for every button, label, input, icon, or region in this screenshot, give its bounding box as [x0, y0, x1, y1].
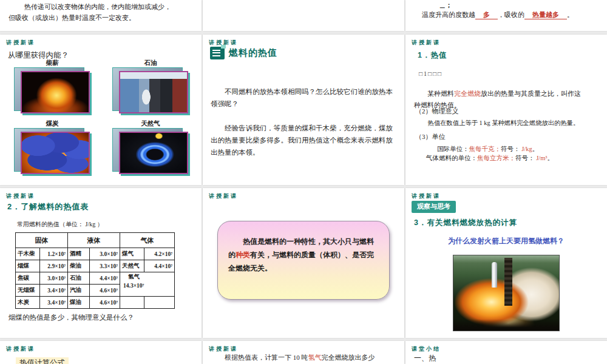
- table-cell: 酒精: [68, 248, 90, 260]
- text-line: 根据热值表，计算一下 10 吨氢气完全燃烧放出多少: [211, 352, 399, 363]
- slide-header-label: 讲授新课: [209, 192, 238, 200]
- section-title-row: 燃料的热值: [210, 47, 277, 59]
- photo-stack: [21, 132, 90, 174]
- table-cell: 3.3×10⁷: [90, 260, 120, 272]
- text-segment: 完全燃烧放出多少: [322, 354, 375, 361]
- text-segment: 根据热值表，计算一下 10 吨: [225, 354, 308, 361]
- slide-heat-value-table[interactable]: 讲授新课 2．了解燃料的热值表 常用燃料的热值（单位： J/kg ） 固体 液体…: [0, 188, 202, 338]
- text-segment: 热值计算公式: [16, 357, 69, 364]
- fuel-label: 天然气: [109, 120, 192, 128]
- fuel-item-firewood: 柴薪: [11, 59, 93, 113]
- highlighted-term: J/kg: [521, 146, 532, 152]
- text-segment: ，吸收的: [498, 11, 524, 18]
- note-text: 热值是燃料的一种特性，其大小只与燃料的种类有关，与燃料的质量（体积）、是否完全燃…: [228, 235, 379, 275]
- table-cell: 煤油: [68, 297, 90, 309]
- text-segment: 气体燃料的单位：: [426, 155, 477, 161]
- slide-summary-partial[interactable]: 课堂小结 一、热 量: [405, 341, 607, 364]
- slide-heat-value-intro[interactable]: 讲授新课 燃料的热值 不同燃料的放热本领相同吗？怎么比较它们谁的放热本领强呢？ …: [203, 35, 404, 185]
- text-segment: 。: [532, 146, 539, 152]
- table-cell: 2.9×10⁷: [40, 260, 68, 272]
- highlighted-term: 种类: [236, 251, 250, 259]
- slide-header-label: 讲授新课: [6, 39, 35, 47]
- list-icon: [210, 47, 225, 59]
- blue-question: 为什么发射火箭上天要用氢做燃料？: [405, 236, 607, 246]
- slide-blank-partial[interactable]: [203, 0, 404, 31]
- photo-stack: [119, 71, 188, 113]
- sub-heading: （2）物理意义: [415, 107, 459, 116]
- property-note-box: 热值是燃料的一种特性，其大小只与燃料的种类有关，与燃料的质量（体积）、是否完全燃…: [217, 221, 390, 300]
- table-cell: 干木柴: [16, 248, 40, 260]
- slide-heat-value-definition[interactable]: 讲授新课 1．热值 □1□□□ 某种燃料完全燃烧放出的热量与其质量之比，叫作这种…: [405, 35, 607, 185]
- text-line: 一、热: [414, 353, 436, 363]
- table-cell: 汽油: [68, 285, 90, 297]
- text-segment: 符号：: [515, 155, 535, 161]
- table-cell: 煤气: [120, 248, 144, 260]
- text-segment: 国际单位：: [437, 146, 469, 152]
- slide-formula-partial[interactable]: 讲授新课 热值计算公式: [0, 341, 202, 364]
- table-cell: 天然气: [120, 260, 144, 272]
- slide-text: 但吸收（或放出）热量时温度不一定改变。: [8, 13, 135, 22]
- fuel-item-natural-gas: 天然气: [109, 120, 192, 174]
- slide-header-label: 讲授新课: [412, 39, 441, 47]
- slide-heat-transfer-partial[interactable]: 热传递可以改变物体的内能，使内能增加或减少， 但吸收（或放出）热量时温度不一定改…: [0, 0, 202, 31]
- slide-heat-value-property[interactable]: 讲授新课 热值是燃料的一种特性，其大小只与燃料的种类有关，与燃料的质量（体积）、…: [203, 188, 404, 338]
- slide-fuel-sources[interactable]: 讲授新课 从哪里获得内能？ 柴薪 石油 煤炭 天然气: [0, 35, 202, 185]
- highlighted-term: 焦每千克；: [469, 146, 501, 152]
- text-segment: 有关，与燃料的质量（体积）、是否完全燃烧无关。: [228, 251, 374, 272]
- table-cell: 3.4×10⁷: [40, 285, 68, 297]
- table-cell: 石油: [68, 272, 90, 285]
- slide-header-label: 讲授新课: [6, 345, 35, 353]
- hydrogen-value: 14.3×10⁷: [122, 283, 172, 289]
- unit-line: 国际单位：焦每千克；符号： J/kg。: [437, 145, 538, 153]
- highlighted-line: 热值计算公式: [16, 358, 69, 364]
- firewood-fire-image: [21, 71, 90, 113]
- table-cell: 烟煤: [16, 260, 40, 272]
- photo-stack: [119, 132, 188, 174]
- unit-line: 气体燃料的单位：焦每立方米；符号： J/m³。: [426, 154, 554, 163]
- table-cell: 3.0×10⁷: [90, 248, 120, 260]
- rocket-launch-image: [453, 255, 560, 331]
- highlighted-term: J/m³: [536, 155, 547, 161]
- fuel-label: 石油: [109, 59, 192, 67]
- slide-header-label: 讲授新课: [412, 192, 441, 200]
- text-segment: 温度升高的度数越: [422, 11, 475, 18]
- blank-answer: 热量越多: [524, 11, 567, 19]
- exercise-text: 根据热值表，计算一下 10 吨氢气完全燃烧放出多少 焦耳的热量?: [211, 352, 399, 364]
- table-cell: 木炭: [16, 297, 40, 309]
- fuel-image-grid: 柴薪 石油 煤炭 天然气: [11, 59, 192, 174]
- slide-exercise-partial[interactable]: 讲授新课 根据热值表，计算一下 10 吨氢气完全燃烧放出多少 焦耳的热量?: [203, 341, 404, 364]
- table-group-header: 气体: [120, 233, 175, 248]
- gas-station-image: [119, 71, 188, 113]
- table-cell-hydrogen: 氢气 14.3×10⁷: [120, 272, 175, 297]
- fuel-label: 柴薪: [11, 59, 93, 67]
- numbered-heading: 2．了解燃料的热值表: [7, 201, 89, 212]
- fuel-label: 煤炭: [11, 120, 93, 128]
- photo-stack: [21, 71, 90, 113]
- table-cell: 焦碳: [16, 272, 40, 285]
- paragraph: 经验告诉我们，等质量的煤和干木柴，充分燃烧，煤放出的热量要比柴多得多。我们用热值…: [211, 122, 393, 159]
- slide-text: 热传递可以改变物体的内能，使内能增加或减少，: [24, 2, 171, 12]
- blank-answer: 多: [475, 11, 498, 19]
- fuel-heat-value-table: 固体 液体 气体 干木柴1.2×10⁷ 酒精3.0×10⁷ 煤气4.2×10⁷ …: [15, 232, 175, 309]
- table-cell: 4.6×10⁷: [90, 297, 120, 309]
- fuel-item-coal: 煤炭: [11, 120, 93, 174]
- numbered-heading: 1．热值: [418, 50, 447, 61]
- slide-combustion-calculation[interactable]: 讲授新课 观察与思考 3．有关燃料燃烧放热的计算 为什么发射火箭上天要用氢做燃料…: [405, 188, 607, 338]
- table-cell: 3.0×10⁷: [40, 272, 68, 285]
- table-cell: 4.4×10⁷: [90, 272, 120, 285]
- highlighted-term: 焦每立方米；: [477, 155, 515, 161]
- slide-text: ＿；: [439, 1, 452, 10]
- section-title: 燃料的热值: [229, 47, 277, 59]
- slide-header-label: 讲授新课: [6, 192, 35, 200]
- fuel-item-petroleum: 石油: [109, 59, 192, 113]
- table-cell: [120, 297, 144, 309]
- launch-tower: [504, 258, 512, 306]
- table-caption: 常用燃料的热值（单位： J/kg ）: [17, 220, 103, 229]
- burning-coal-image: [21, 132, 90, 174]
- table-group-header: 固体: [16, 233, 68, 248]
- table-cell: 无烟煤: [16, 285, 40, 297]
- slide-fill-in-blanks-partial[interactable]: ＿； 温度升高的度数越多，吸收的热量越多。: [405, 0, 607, 31]
- text-segment: 符号：: [501, 146, 520, 152]
- table-cell: 柴油: [68, 260, 90, 272]
- table-cell: 4.2×10⁷: [144, 248, 175, 260]
